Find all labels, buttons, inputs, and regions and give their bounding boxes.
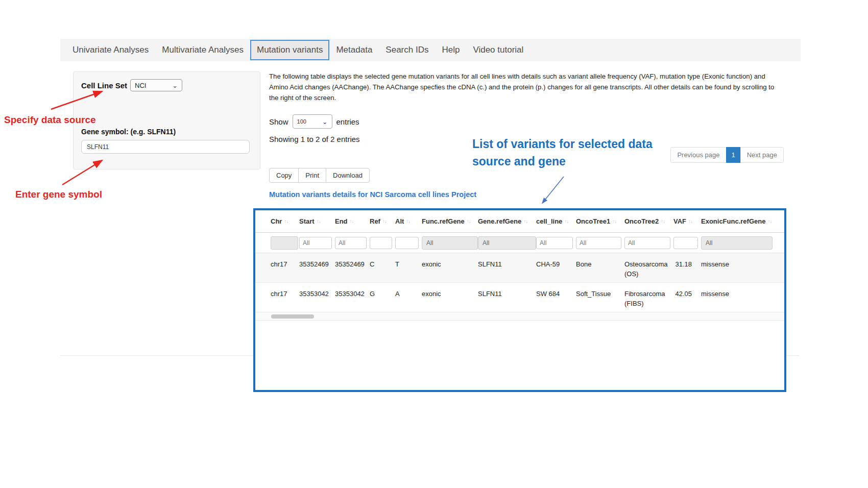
tab-mutation-variants[interactable]: Mutation variants xyxy=(250,40,329,60)
cell-ref: G xyxy=(370,283,395,312)
column-header-oncotree2[interactable]: OncoTree2↑↓ xyxy=(624,217,673,225)
column-header-func-refgene[interactable]: Func.refGene↑↓ xyxy=(422,217,478,225)
filter-vaf[interactable] xyxy=(673,237,698,249)
cell-ref: C xyxy=(370,253,395,282)
sort-icon: ↑↓ xyxy=(688,218,692,224)
cell-exonicfunc-refgene: missense xyxy=(701,253,773,282)
cell-alt: A xyxy=(395,283,422,312)
sort-icon: ↑↓ xyxy=(467,218,471,224)
sort-icon: ↑↓ xyxy=(317,218,321,224)
tab-video-tutorial[interactable]: Video tutorial xyxy=(466,39,530,61)
filter-oncotree1[interactable] xyxy=(576,237,621,249)
column-header-chr[interactable]: Chr↑↓ xyxy=(271,217,299,225)
table-row[interactable]: chr17 35353042 35353042 G A exonic SLFN1… xyxy=(255,283,784,312)
cell-oncotree1: Bone xyxy=(576,253,624,282)
column-header-oncotree1[interactable]: OncoTree1↑↓ xyxy=(576,217,624,225)
current-page-indicator[interactable]: 1 xyxy=(726,147,741,163)
column-label: OncoTree1 xyxy=(576,217,610,225)
sort-icon: ↑↓ xyxy=(612,218,616,224)
filter-end[interactable] xyxy=(335,237,367,249)
cell-vaf: 42.05 xyxy=(673,283,701,312)
sort-icon: ↑↓ xyxy=(350,218,354,224)
sort-icon: ↑↓ xyxy=(523,218,527,224)
column-header-gene-refgene[interactable]: Gene.refGene↑↓ xyxy=(478,217,536,225)
cell-chr: chr17 xyxy=(271,283,299,312)
export-button-group: Copy Print Download xyxy=(269,168,370,183)
entries-label: entries xyxy=(336,117,359,126)
cell-func-refgene: exonic xyxy=(422,253,478,282)
cell-exonicfunc-refgene: missense xyxy=(701,283,773,312)
column-header-end[interactable]: End↑↓ xyxy=(335,217,370,225)
chevron-down-icon: ⌄ xyxy=(172,82,178,89)
cell-vaf: 31.18 xyxy=(673,253,701,282)
cell-oncotree1: Soft_Tissue xyxy=(576,283,624,312)
cell-func-refgene: exonic xyxy=(422,283,478,312)
column-label: ExonicFunc.refGene xyxy=(701,217,765,225)
scrollbar-thumb[interactable] xyxy=(271,314,314,319)
column-label: OncoTree2 xyxy=(624,217,659,225)
next-page-button[interactable]: Next page xyxy=(740,147,784,163)
column-header-vaf[interactable]: VAF↑↓ xyxy=(673,217,701,225)
sort-icon: ↑↓ xyxy=(564,218,568,224)
entries-per-page-value: 100 xyxy=(297,118,306,125)
table-row[interactable]: chr17 35352469 35352469 C T exonic SLFN1… xyxy=(255,253,784,283)
table-title-link[interactable]: Mutation variants details for NCI Sarcom… xyxy=(269,190,476,199)
filter-exonicfunc-refgene[interactable]: All xyxy=(701,236,773,250)
filter-alt[interactable] xyxy=(395,237,419,249)
top-navigation: Univariate Analyses Multivariate Analyse… xyxy=(60,39,801,61)
column-label: End xyxy=(335,217,348,225)
cell-alt: T xyxy=(395,253,422,282)
column-label: cell_line xyxy=(536,217,562,225)
gene-symbol-input[interactable] xyxy=(81,140,250,154)
show-entries-control: Show 100 ⌄ entries xyxy=(269,114,359,129)
table-description: The following table displays the selecte… xyxy=(269,71,778,103)
filter-oncotree2[interactable] xyxy=(624,237,670,249)
filter-ref[interactable] xyxy=(370,237,392,249)
entries-per-page-select[interactable]: 100 ⌄ xyxy=(293,114,332,129)
column-header-alt[interactable]: Alt↑↓ xyxy=(395,217,422,225)
filter-chr[interactable] xyxy=(271,236,298,250)
sort-icon: ↑↓ xyxy=(661,218,665,224)
column-header-cell-line[interactable]: cell_line↑↓ xyxy=(536,217,576,225)
blue-arrow-variants xyxy=(542,177,564,203)
cell-end: 35352469 xyxy=(335,253,370,282)
sort-icon: ↑↓ xyxy=(767,218,771,224)
annotation-specify-data-source: Specify data source xyxy=(4,114,96,126)
filter-gene-refgene[interactable]: All xyxy=(478,236,536,250)
column-header-start[interactable]: Start↑↓ xyxy=(299,217,335,225)
column-label: Gene.refGene xyxy=(478,217,521,225)
filter-cell-line[interactable] xyxy=(536,237,573,249)
tab-univariate-analyses[interactable]: Univariate Analyses xyxy=(66,39,155,61)
download-button[interactable]: Download xyxy=(326,168,370,183)
column-header-ref[interactable]: Ref↑↓ xyxy=(370,217,395,225)
previous-page-button[interactable]: Previous page xyxy=(670,147,726,163)
cell-end: 35353042 xyxy=(335,283,370,312)
show-label: Show xyxy=(269,117,288,126)
column-label: Start xyxy=(299,217,315,225)
cell-start: 35352469 xyxy=(299,253,335,282)
sort-icon: ↑↓ xyxy=(382,218,387,224)
sort-icon: ↑↓ xyxy=(406,218,410,224)
cell-line-set-select[interactable]: NCI ⌄ xyxy=(130,79,182,91)
cell-cell-line: SW 684 xyxy=(536,283,576,312)
tab-metadata[interactable]: Metadata xyxy=(329,39,379,61)
cell-gene-refgene: SLFN11 xyxy=(478,283,536,312)
column-label: VAF xyxy=(673,217,686,225)
cell-line-set-label: Cell Line Set xyxy=(81,81,127,90)
filter-func-refgene[interactable]: All xyxy=(422,236,478,250)
cell-oncotree2: Osteosarcoma (OS) xyxy=(624,253,673,282)
table-filter-row: All All All xyxy=(255,233,784,253)
copy-button[interactable]: Copy xyxy=(269,168,299,183)
annotation-list-of-variants: List of variants for selected data sourc… xyxy=(472,135,653,170)
cell-oncotree2: Fibrosarcoma (FIBS) xyxy=(624,283,673,312)
tab-multivariate-analyses[interactable]: Multivariate Analyses xyxy=(155,39,250,61)
horizontal-scrollbar[interactable] xyxy=(255,312,784,321)
query-panel: Cell Line Set NCI ⌄ Gene symbol: (e.g. S… xyxy=(73,71,260,169)
cell-chr: chr17 xyxy=(271,253,299,282)
column-header-exonicfunc-refgene[interactable]: ExonicFunc.refGene↑↓ xyxy=(701,217,773,225)
tab-search-ids[interactable]: Search IDs xyxy=(379,39,435,61)
filter-start[interactable] xyxy=(299,237,332,249)
tab-help[interactable]: Help xyxy=(435,39,466,61)
cell-gene-refgene: SLFN11 xyxy=(478,253,536,282)
print-button[interactable]: Print xyxy=(298,168,326,183)
